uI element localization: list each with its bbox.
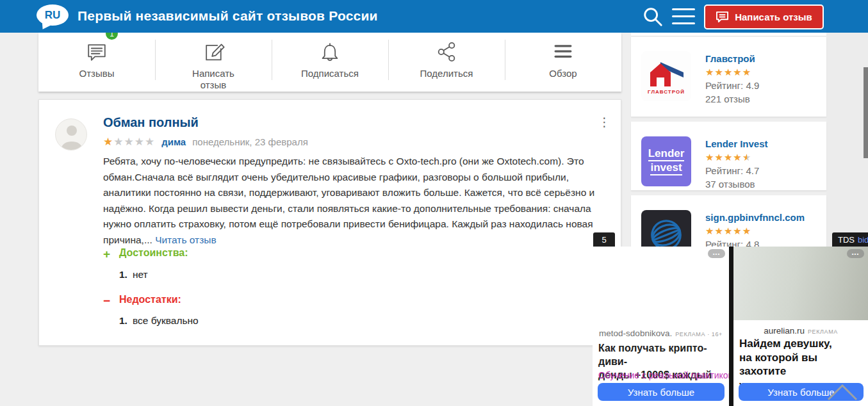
- review-date: понедельник, 23 февраля: [192, 136, 308, 147]
- pencil-icon: [199, 38, 227, 65]
- pros-label: Достоинства:: [119, 247, 188, 261]
- cons-item: 1.все буквально: [119, 315, 199, 327]
- tab-label: Поделиться: [420, 68, 473, 80]
- pros-header: + Достоинства:: [103, 247, 188, 261]
- lender-logo-line2: invest: [650, 161, 682, 175]
- ad-disclaimer: РЕКЛАМА: [808, 329, 838, 335]
- list-icon: [549, 38, 577, 65]
- write-review-button[interactable]: Написать отзыв: [704, 4, 824, 29]
- ad-advertiser-row: metod-sdobnikova.РЕКЛАМА · 16+: [593, 329, 729, 338]
- review-text: Ребята, хочу по-человечески предупредить…: [103, 154, 610, 248]
- tab-write-review[interactable]: Написать отзыв: [155, 33, 272, 92]
- ad-counter-badge: 5: [593, 232, 615, 247]
- glavstroy-logo: ГЛАВСТРОЙ: [641, 51, 691, 101]
- company-review-count: 221 отзыв: [705, 92, 759, 106]
- write-review-label: Написать отзыв: [735, 12, 812, 22]
- company-stars: ★★★★★: [705, 224, 805, 238]
- plus-icon: +: [103, 247, 111, 261]
- cons-label: Недостатки:: [119, 294, 181, 308]
- review-body: Ребята, хочу по-человечески предупредить…: [103, 156, 594, 245]
- ads-divider: [729, 247, 733, 406]
- search-icon[interactable]: [642, 6, 664, 28]
- tds-label: TDS: [838, 235, 855, 245]
- ad-advertiser-row: aurelian.ruРЕКЛАМА: [733, 326, 868, 336]
- scrollbar-thumb[interactable]: [864, 67, 868, 158]
- pros-item: 1.нет: [119, 269, 148, 280]
- review-author[interactable]: дима: [161, 136, 186, 147]
- tab-label: Отзывы: [79, 68, 115, 80]
- lender-invest-logo: Lender invest: [641, 136, 691, 186]
- chat-bubble-icon: [716, 11, 729, 23]
- company-stars: ★★★★★: [705, 150, 768, 164]
- reviews-icon: [83, 38, 111, 65]
- share-icon: [432, 38, 461, 65]
- ad-subtext: Обучение с реальной практикой - 6: [598, 370, 729, 380]
- pros-item-text: нет: [133, 269, 148, 280]
- ad-cta-button[interactable]: Узнать больше: [739, 383, 864, 401]
- tab-share[interactable]: Поделиться: [388, 33, 505, 92]
- bell-icon: [316, 38, 344, 65]
- tds-bid-badge: TDS bid: [832, 232, 868, 247]
- ad-options-icon[interactable]: •••: [708, 249, 725, 258]
- top-header: RU Первый независимый сайт отзывов Росси…: [0, 0, 868, 33]
- ad-domain[interactable]: metod-sdobnikova.: [599, 329, 672, 338]
- company-card-lender-invest[interactable]: Lender invest Lender Invest ★★★★★ Рейтин…: [631, 122, 826, 191]
- review-rating-stars: ★★★★★: [103, 135, 155, 149]
- pros-item-number: 1.: [119, 269, 127, 280]
- ad-right-panel[interactable]: ••• aurelian.ruРЕКЛАМА Найдем девушку, н…: [733, 247, 868, 406]
- cons-item-text: все буквально: [133, 315, 199, 326]
- action-tabbar: 1 Отзывы Написать отзыв Подписаться: [38, 33, 621, 92]
- review-menu-icon[interactable]: ⋮: [598, 116, 610, 128]
- cons-header: − Недостатки:: [103, 294, 181, 308]
- site-title: Первый независимый сайт отзывов России: [78, 8, 378, 24]
- tab-subscribe[interactable]: Подписаться: [272, 33, 388, 92]
- menu-icon[interactable]: [672, 8, 695, 24]
- ad-domain[interactable]: aurelian.ru: [764, 326, 805, 336]
- bid-label: bid: [858, 235, 868, 245]
- glavstroy-logo-text: ГЛАВСТРОЙ: [648, 89, 685, 95]
- tab-reviews[interactable]: 1 Отзывы: [38, 33, 155, 92]
- tab-label: Написать отзыв: [178, 68, 249, 92]
- site-logo[interactable]: RU: [37, 4, 69, 26]
- ad-cta-button[interactable]: Узнать больше: [598, 383, 725, 401]
- company-rating: Рейтинг: 4.9: [705, 79, 759, 92]
- company-name[interactable]: Lender Invest: [705, 137, 768, 150]
- tab-overview[interactable]: Обзор: [505, 33, 621, 92]
- company-review-count: 37 отзывов: [705, 177, 768, 191]
- minus-icon: −: [103, 294, 111, 308]
- lender-logo-line1: Lender: [648, 147, 685, 161]
- review-card: ⋮ Обман полный ★★★★★ дима понедельник, 2…: [38, 99, 621, 346]
- ad-image: [733, 247, 868, 320]
- review-title: Обман полный: [103, 115, 199, 130]
- tab-label: Обзор: [549, 68, 577, 80]
- companies-sidebar: ГЛАВСТРОЙ Главстрой ★★★★★ Рейтинг: 4.9 2…: [631, 33, 826, 282]
- tab-label: Подписаться: [301, 68, 359, 80]
- ad-options-icon[interactable]: •••: [847, 249, 864, 258]
- cons-item-number: 1.: [119, 315, 127, 326]
- ad-disclaimer: РЕКЛАМА · 16+: [675, 331, 723, 337]
- company-name[interactable]: Главстрой: [705, 52, 759, 65]
- site-logo-text: RU: [45, 9, 61, 22]
- company-name[interactable]: sign.gpbinvfnncl.com: [705, 211, 805, 224]
- ad-left-panel[interactable]: ••• metod-sdobnikova.РЕКЛАМА · 16+ Как п…: [593, 247, 729, 406]
- company-rating: Рейтинг: 4.7: [705, 164, 768, 177]
- company-stars: ★★★★★: [705, 65, 759, 79]
- review-meta: ★★★★★ дима понедельник, 23 февраля: [103, 135, 308, 149]
- avatar: [55, 118, 87, 150]
- read-review-link[interactable]: Читать отзыв: [155, 234, 217, 245]
- company-card-glavstroy[interactable]: ГЛАВСТРОЙ Главстрой ★★★★★ Рейтинг: 4.9 2…: [631, 37, 826, 117]
